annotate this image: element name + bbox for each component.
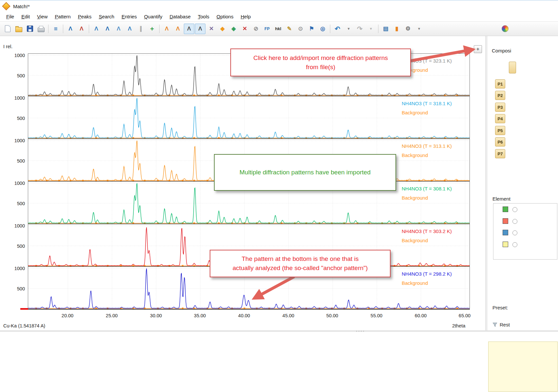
profile-fit-all-icon[interactable]: Λ — [195, 24, 205, 34]
peak-editor-icon[interactable]: Λ — [76, 24, 87, 34]
main-content: I rel. + 1000 500 NH4NO3 (T = 323.1 K) B… — [0, 36, 558, 392]
element-radio[interactable] — [512, 230, 517, 235]
profile-fit-icon[interactable]: Λ — [184, 24, 194, 34]
background-label: Background — [402, 195, 428, 201]
x-axis-tick: 60.00 — [411, 313, 431, 318]
match-logo-icon — [2, 2, 10, 10]
toolbar-separator — [330, 25, 330, 33]
menu-file[interactable]: File — [3, 12, 18, 21]
toolbar: ≡ Λ Λ Λ Λ Λ Λ ║ + Λ Λ Λ Λ ✕ ◆ ◈ ✕ ⊘ FP h… — [0, 22, 558, 36]
sphere-shape — [502, 25, 509, 32]
print-icon[interactable] — [36, 24, 46, 34]
undo-menu-icon[interactable]: ▾ — [343, 24, 354, 34]
x-axis-tick: 45.00 — [279, 313, 298, 318]
subtract-background-icon[interactable]: Λ — [102, 24, 113, 34]
hkl-icon[interactable]: hkl — [273, 24, 283, 34]
preview-icon[interactable]: ⊙ — [295, 24, 306, 34]
menu-help[interactable]: Help — [237, 12, 254, 21]
add-pattern-button[interactable]: + — [474, 45, 482, 53]
y-axis-tick: 500 — [10, 158, 25, 164]
element-radio[interactable] — [512, 242, 517, 247]
smooth-raw-data-icon[interactable]: Λ — [91, 24, 102, 34]
preset-label: Preset: — [492, 305, 508, 310]
menu-quantify[interactable]: Quantify — [141, 12, 166, 21]
tools-menu-icon[interactable]: ▾ — [414, 24, 424, 34]
run-search-match-icon[interactable]: ◆ — [217, 24, 228, 34]
pattern-button-p6[interactable]: P6 — [495, 137, 505, 147]
tools-icon[interactable]: ⚙ — [403, 24, 413, 34]
menu-pattern[interactable]: Pattern — [51, 12, 74, 21]
y-axis-tick: 500 — [10, 116, 25, 121]
continue-search-icon[interactable]: ◈ — [228, 24, 239, 34]
background-label: Background — [402, 280, 428, 286]
database-icon[interactable]: ▤ — [380, 24, 391, 34]
redo-icon[interactable]: ↷ — [355, 24, 365, 34]
open-file-icon[interactable] — [13, 24, 24, 34]
reference-db-icon[interactable]: ▮ — [392, 24, 402, 34]
new-file-icon[interactable] — [2, 24, 13, 34]
element-color-swatch[interactable] — [503, 230, 508, 235]
filter-funnel-icon — [492, 322, 497, 327]
menu-view[interactable]: View — [33, 12, 51, 21]
restraints-icon[interactable]: ✕ — [206, 24, 217, 34]
correct-data-icon[interactable]: Λ — [125, 24, 135, 34]
element-color-swatch[interactable] — [503, 242, 508, 247]
element-radio[interactable] — [512, 207, 517, 212]
menu-entries[interactable]: Entries — [118, 12, 141, 21]
pattern-graph-panel: I rel. + 1000 500 NH4NO3 (T = 323.1 K) B… — [0, 36, 485, 330]
menu-search[interactable]: Search — [95, 12, 118, 21]
online-database-icon[interactable]: ◎ — [317, 24, 328, 34]
printer-shape — [38, 28, 45, 32]
search-match-profile-icon[interactable]: Λ — [173, 24, 183, 34]
pattern-label: NH4NO3 (T = 303.2 K) — [402, 228, 452, 234]
y-axis-tick: 1000 — [10, 53, 25, 58]
menu-edit[interactable]: Edit — [18, 12, 33, 21]
pattern-button-p7[interactable]: P7 — [495, 149, 505, 158]
y-axis-tick: 1000 — [10, 138, 25, 143]
y-axis-tick: 1000 — [10, 223, 25, 228]
pattern-button-p3[interactable]: P3 — [495, 103, 505, 112]
pattern-button-p1[interactable]: P1 — [495, 79, 505, 88]
floppy-shape — [27, 26, 33, 32]
pattern-button-p5[interactable]: P5 — [495, 126, 505, 135]
note-add-patterns: Click here to add/import more diffractio… — [230, 49, 411, 76]
background-label: Background — [402, 152, 428, 158]
x-axis-tick: 20.00 — [58, 313, 77, 318]
toggle-visibility-icon[interactable]: ⊘ — [251, 24, 261, 34]
bookmark-icon[interactable]: ⚑ — [306, 24, 317, 34]
delete-entries-icon[interactable]: ✕ — [240, 24, 250, 34]
y-axis-title: I rel. — [3, 44, 12, 49]
peak-search-icon[interactable]: Λ — [65, 24, 76, 34]
x-axis-tick: 25.00 — [102, 313, 122, 318]
edit-report-icon[interactable]: ✎ — [284, 24, 295, 34]
menu-peaks[interactable]: Peaks — [74, 12, 95, 21]
y-axis-tick: 500 — [10, 73, 25, 78]
element-color-swatch[interactable] — [503, 206, 508, 212]
search-match-peaks-icon[interactable]: Λ — [162, 24, 172, 34]
strip-alpha2-icon[interactable]: Λ — [113, 24, 124, 34]
integrate-intensities-icon[interactable]: ║ — [136, 24, 146, 34]
pattern-button-p4[interactable]: P4 — [495, 114, 505, 123]
fp-icon[interactable]: FP — [262, 24, 272, 34]
add-peak-icon[interactable]: + — [147, 24, 157, 34]
menu-options[interactable]: Options — [213, 12, 237, 21]
x-axis-tick: 55.00 — [367, 313, 386, 318]
restraints-row[interactable]: Rest — [492, 322, 510, 327]
toolbar-separator — [378, 25, 378, 33]
note-patterns-imported: Multiple diffraction patterns have been … — [214, 154, 396, 191]
folder-shape — [15, 27, 22, 32]
entry-list-icon[interactable]: ≡ — [50, 24, 61, 34]
pattern-slot-button[interactable] — [509, 62, 516, 73]
undo-icon[interactable]: ↶ — [332, 24, 343, 34]
element-radio[interactable] — [512, 219, 517, 224]
x-axis-tick: 50.00 — [322, 313, 342, 318]
color-scheme-icon[interactable] — [500, 24, 510, 34]
save-icon[interactable] — [25, 24, 35, 34]
redo-menu-icon[interactable]: ▾ — [366, 24, 376, 34]
element-section-label: Element — [492, 196, 510, 202]
menu-database[interactable]: Database — [166, 12, 194, 21]
menu-tools[interactable]: Tools — [194, 12, 213, 21]
element-color-swatch[interactable] — [503, 218, 508, 224]
pattern-button-p2[interactable]: P2 — [495, 91, 505, 100]
restraints-label: Rest — [500, 322, 510, 327]
